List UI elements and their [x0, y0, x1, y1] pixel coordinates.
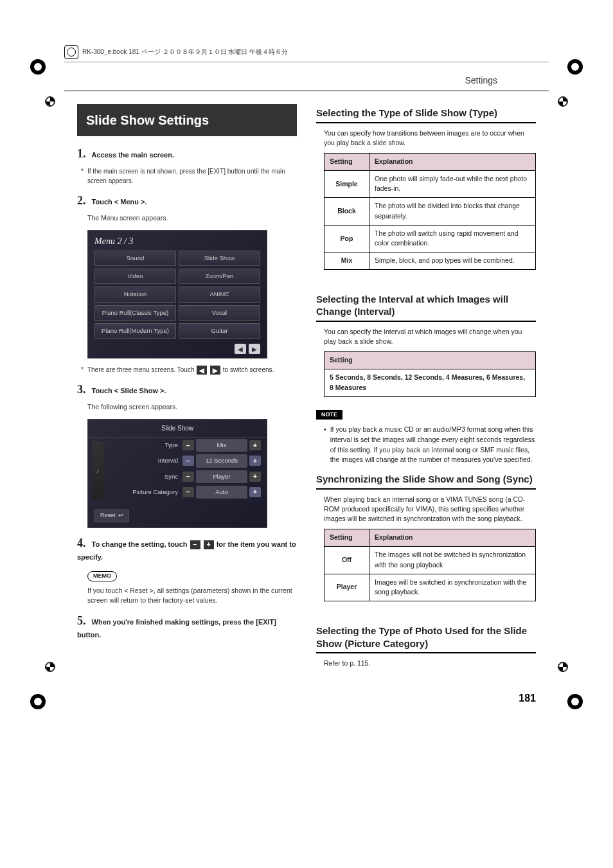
minus-icon: − [190, 540, 200, 549]
book-icon [64, 45, 78, 59]
step-4: 4. To change the setting, touch − + for … [77, 535, 297, 563]
note-icon: ♪ [92, 441, 103, 499]
td-explanation: The photo will switch using rapid moveme… [369, 225, 536, 252]
heading-interval: Selecting the Interval at which Images w… [316, 293, 536, 322]
step-number: 5. [77, 614, 86, 627]
td-setting: Player [324, 574, 369, 601]
doc-header-bar: RK-300_e.book 181 ページ ２００８年９月１０日 水曜日 午後４… [64, 45, 549, 62]
menu-item: Piano Roll(Modern Type) [94, 323, 176, 339]
th-setting: Setting [324, 153, 369, 170]
step-text: Touch < Slide Show >. [92, 387, 166, 394]
register-mark-icon [558, 96, 568, 107]
minus-icon: − [182, 487, 194, 497]
td-explanation: The photo will be divided into blocks th… [369, 198, 536, 226]
note-list: • If you play back a music CD or an audi… [324, 425, 536, 465]
body-text: Refer to p. 115. [324, 659, 536, 668]
note-text: If you play back a music CD or an audio/… [330, 425, 536, 465]
menu-item: Sound [94, 251, 176, 266]
td-setting: Block [324, 198, 369, 226]
slide-label: Sync [112, 472, 182, 481]
step-2-note: * There are three menu screens. Touch ◀ … [81, 365, 297, 375]
page: RK-300_e.book 181 ページ ２００８年９月１０日 水曜日 午後４… [0, 0, 613, 730]
td-setting: Simple [324, 170, 369, 198]
step-text: To change the setting, touch − + for the… [77, 540, 296, 561]
th-explanation: Explanation [369, 153, 536, 170]
heading-picture-category: Selecting the Type of Photo Used for the… [316, 624, 536, 653]
slide-value: Auto [196, 486, 247, 499]
next-page-icon: ▶ [249, 344, 260, 354]
step-3: 3. Touch < Slide Show >. [77, 381, 297, 398]
td-explanation: One photo will simply fade-out while the… [369, 170, 536, 198]
content-columns: Slide Show Settings 1. Access the main s… [77, 104, 536, 673]
slide-value: 12 Seconds [196, 454, 247, 467]
menu-item: Notation [94, 287, 176, 302]
body-text: You can specify the interval at which im… [324, 327, 536, 346]
step-text: Access the main screen. [92, 151, 174, 159]
minus-icon: − [182, 440, 194, 450]
note-item: • If you play back a music CD or an audi… [324, 425, 536, 465]
menu-item: ANIME [179, 287, 260, 302]
slide-value: Mix [196, 439, 247, 452]
step-text: When you're finished making settings, pr… [77, 618, 276, 639]
memo-badge: MEMO [87, 571, 117, 581]
menu-item: Video [94, 269, 176, 284]
doc-header-ref: RK-300_e.book 181 ページ ２００８年９月１０日 水曜日 午後４… [82, 48, 288, 57]
page-number: 181 [26, 693, 536, 704]
svg-point-7 [571, 698, 579, 705]
td-explanation: Images will be switched in synchronizati… [369, 574, 536, 601]
step-number: 1. [77, 147, 86, 160]
minus-icon: − [182, 456, 194, 466]
plus-icon: + [204, 540, 214, 549]
register-mark-icon [558, 662, 568, 672]
crop-mark-icon [566, 693, 584, 711]
left-arrow-icon: ◀ [197, 366, 207, 375]
note-text: If the main screen is not shown, press t… [87, 166, 297, 186]
slide-show-screenshot: Slide Show ♪ Type − Mix + Interval − [87, 419, 267, 528]
type-table: SettingExplanation SimpleOne photo will … [324, 153, 536, 270]
note-text-post: to switch screens. [223, 366, 274, 373]
slide-label: Interval [112, 456, 182, 465]
svg-point-3 [571, 63, 579, 71]
heading-type: Selecting the Type of Slide Show (Type) [316, 107, 536, 123]
step-number: 4. [77, 536, 86, 549]
menu-item: Zoom/Pan [179, 269, 260, 284]
slide-value: Player [196, 470, 247, 483]
slide-row-sync: Sync − Player + [107, 469, 267, 484]
memo-text: If you touch < Reset >, all settings (pa… [87, 586, 297, 607]
sync-table: SettingExplanation OffThe images will no… [324, 529, 536, 601]
td-setting: Mix [324, 252, 369, 270]
section-heading: Settings [64, 75, 549, 91]
right-column: Selecting the Type of Slide Show (Type) … [316, 104, 536, 673]
td-setting: Pop [324, 225, 369, 252]
menu-screenshot: Menu 2 / 3 SoundSlide Show VideoZoom/Pan… [87, 230, 267, 359]
step-5: 5. When you're finished making settings,… [77, 612, 297, 641]
crop-mark-icon [29, 693, 47, 711]
step-2: 2. Touch < Menu >. [77, 192, 297, 209]
plus-icon: + [249, 472, 261, 482]
slide-label: Type [112, 441, 182, 450]
step-2-sub: The Menu screen appears. [87, 213, 297, 224]
reset-button: Reset ↩ [94, 509, 129, 522]
minus-icon: − [182, 472, 194, 482]
slide-row-type: Type − Mix + [107, 438, 267, 453]
asterisk-icon: * [81, 166, 84, 186]
svg-point-5 [34, 698, 42, 705]
plus-icon: + [249, 440, 261, 450]
step-3-sub: The following screen appears. [87, 402, 297, 412]
td-explanation: The images will not be switched in synch… [369, 547, 536, 574]
register-mark-icon [45, 662, 55, 672]
slide-label: Picture Category [112, 488, 182, 497]
register-mark-icon [45, 96, 55, 107]
crop-mark-icon [566, 58, 584, 76]
step-text: Touch < Menu >. [92, 198, 147, 206]
td-explanation: Simple, block, and pop types will be com… [369, 252, 536, 270]
body-text: When playing back an internal song or a … [324, 495, 536, 524]
prev-page-icon: ◀ [235, 344, 246, 354]
menu-item: Piano Roll(Classic Type) [94, 305, 176, 321]
reset-label: Reset [100, 511, 116, 520]
td-values: 5 Seconds, 8 Seconds, 12 Seconds, 4 Meas… [324, 369, 536, 397]
step-text-pre: To change the setting, touch [92, 540, 190, 548]
step-number: 3. [77, 383, 86, 396]
slide-row-interval: Interval − 12 Seconds + [107, 453, 267, 468]
title-bar: Slide Show Settings [77, 104, 297, 136]
